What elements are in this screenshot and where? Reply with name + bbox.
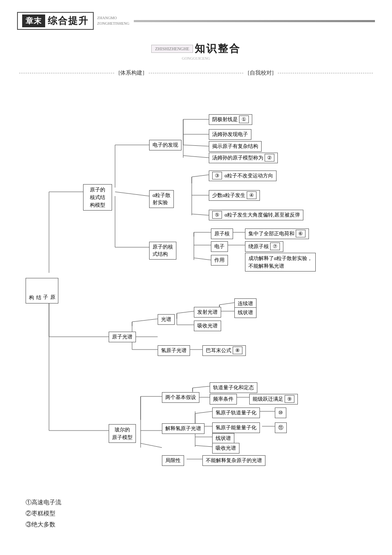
svg-line-50 xyxy=(193,386,210,388)
node-limitation-desc: 不能解释复杂原子的光谱 xyxy=(202,455,265,466)
label-left: [体系构建] xyxy=(114,69,149,77)
node-cathode-ray: 阴极射线是 ① xyxy=(209,114,252,125)
node-nuclear-structure: 原子的核式结构 xyxy=(149,242,176,260)
svg-line-18 xyxy=(192,175,209,177)
node-electron-discovery: 电子的发现 xyxy=(149,140,182,150)
node-orbit-quantization: 轨道量子化和定态 xyxy=(210,382,257,393)
svg-line-14 xyxy=(183,145,209,146)
node-thomson-discovery: 汤姆孙发现电子 xyxy=(209,129,251,140)
dashed-separator: [体系构建] [自我校对] xyxy=(17,69,375,77)
footer-item-1: ①高速电子流 xyxy=(26,499,366,506)
section-badge-bottom: GONGGUICENG xyxy=(17,56,375,61)
section-badge-top: ZHISHIZHENGHE xyxy=(151,45,193,53)
node-electron-orbit: 绕原子核 ⑦ xyxy=(245,241,283,252)
header-decoration xyxy=(134,20,375,22)
node-limitation: 局限性 xyxy=(162,455,184,466)
svg-line-20 xyxy=(192,214,209,215)
node-num-10: ⑩ xyxy=(275,408,286,418)
node-nuclear-model: 原子的核式结构模型 xyxy=(83,184,112,211)
header-box: 章末 xyxy=(22,14,45,27)
node-line-spectrum2: 线状谱 xyxy=(212,433,234,444)
node-absorption-spectrum2: 吸收光谱 xyxy=(212,443,239,454)
svg-line-55 xyxy=(195,411,212,413)
node-energy-level: 能级跃迁满足 ⑨ xyxy=(249,394,298,405)
node-spectrum: 光谱 xyxy=(158,314,175,325)
svg-line-15 xyxy=(183,156,209,158)
node-explain-hydrogen: 解释氢原子光谱 xyxy=(162,423,205,434)
header-title: 综合提升 xyxy=(48,14,89,27)
node-absorption-spectrum: 吸收光谱 xyxy=(194,321,221,331)
footer-item-2: ②枣糕模型 xyxy=(26,510,366,517)
node-nucleus: 原子核 xyxy=(211,228,233,239)
node-complex-structure: 揭示原子有复杂结构 xyxy=(209,141,262,152)
svg-line-47 xyxy=(141,443,162,448)
node-alpha-large-angle: ⑤ α粒子发生大角度偏转,甚至被反弹 xyxy=(209,210,303,220)
page: 章末 综合提升 ZHANGMO ZONGHETISHENG ZHISHIZHEN… xyxy=(0,0,392,541)
label-right: [自我校对] xyxy=(243,69,278,77)
node-nucleus-charge: 集中了全部正电荷和 ⑥ xyxy=(245,228,309,239)
node-balmer: 巴耳末公式 ⑧ xyxy=(202,345,246,356)
svg-line-8 xyxy=(115,192,149,196)
node-two-assumptions: 两个基本假设 xyxy=(162,392,199,403)
header-subtitle: ZHANGMO ZONGHETISHENG xyxy=(97,15,130,27)
section-title-area: ZHISHIZHENGHE 知识整合 GONGGUICENG xyxy=(17,42,375,61)
node-alpha-no-change: ③ α粒子不改变运动方向 xyxy=(209,171,277,181)
node-freq-condition: 频率条件 xyxy=(210,394,237,405)
node-thomson-model: 汤姆孙的原子模型称为 ② xyxy=(209,153,278,163)
footer-items: ①高速电子流 ②枣糕模型 ③绝大多数 xyxy=(17,499,375,529)
node-num-11: ⑪ xyxy=(275,422,287,433)
node-emission-spectrum: 发射光谱 xyxy=(194,307,221,318)
node-hydrogen-spectrum: 氢原子光谱 xyxy=(158,345,190,356)
node-h-energy-quant: 氢原子能量量子化 xyxy=(212,422,260,433)
svg-line-38 xyxy=(219,303,234,305)
svg-line-25 xyxy=(194,258,211,260)
node-alpha-scatter: α粒子散射实验 xyxy=(149,190,174,208)
section-main-title: 知识整合 xyxy=(195,42,241,55)
node-bohr-model: 玻尔的原子模型 xyxy=(109,424,136,443)
node-atomic-spectrum: 原子光谱 xyxy=(109,332,136,342)
mindmap-container: 原子结构 原子的核式结构模型 原子光谱 玻尔的原子模型 电子的发现 阴极射线是 … xyxy=(17,85,375,486)
footer-item-3: ③绝大多数 xyxy=(26,521,366,529)
svg-line-58 xyxy=(195,445,212,447)
node-line-spectrum: 线状谱 xyxy=(234,307,257,318)
svg-line-34 xyxy=(177,311,194,313)
node-root: 原子结构 xyxy=(26,278,58,304)
node-alpha-few: 少数α粒子发生 ④ xyxy=(209,190,260,201)
header: 章末 综合提升 ZHANGMO ZONGHETISHENG xyxy=(17,9,375,33)
node-electron: 电子 xyxy=(211,241,228,252)
node-effect: 作用 xyxy=(211,255,228,266)
svg-line-30 xyxy=(132,319,158,322)
node-h-orbit-quant: 氢原子轨道量子化 xyxy=(212,408,260,418)
node-effect-desc: 成功解释了α粒子散射实验，不能解释氢光谱 xyxy=(245,253,316,272)
